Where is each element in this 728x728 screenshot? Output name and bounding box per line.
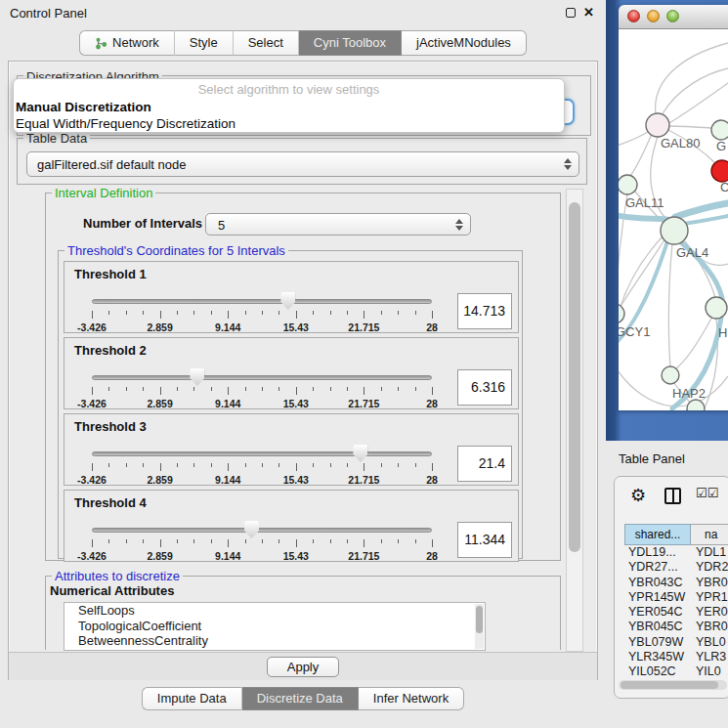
- threshold-slider-track[interactable]: [92, 375, 432, 380]
- table-cell: YDL19...: [624, 545, 691, 560]
- split-columns-icon[interactable]: [664, 488, 681, 504]
- screen: Control Panel ✕ NetworkStyleSelectCyni T…: [0, 0, 728, 728]
- float-window-icon[interactable]: [566, 8, 576, 18]
- table-column-header[interactable]: na: [691, 524, 728, 545]
- slider-tick-label: 21.715: [348, 321, 379, 333]
- slider-tick-label: -3.426: [77, 474, 107, 486]
- slider-tick: [143, 387, 144, 391]
- close-traffic-light[interactable]: [627, 10, 640, 22]
- network-window-titlebar[interactable]: [619, 5, 728, 29]
- slider-tick: [245, 463, 246, 467]
- desktop-background: GAL80GCGAL11GAL4GCY1HHAP2: [606, 0, 728, 441]
- network-node[interactable]: [706, 297, 727, 319]
- main-scrollbar-thumb[interactable]: [569, 202, 580, 552]
- attribute-list-item[interactable]: TopologicalCoefficient: [64, 619, 485, 634]
- tab-network[interactable]: Network: [79, 30, 175, 56]
- select-columns-icon[interactable]: ☑☑: [696, 486, 718, 500]
- tab-select[interactable]: Select: [234, 30, 299, 56]
- slider-tick: [228, 463, 229, 471]
- dropdown-option[interactable]: Manual Discretization: [16, 100, 151, 114]
- slider-tick: [177, 311, 178, 315]
- threshold-label: Threshold 2: [74, 343, 147, 358]
- table-row[interactable]: YPR145WYPR1: [624, 590, 728, 605]
- table-hscrollbar-thumb[interactable]: [621, 681, 718, 689]
- apply-row: Apply: [9, 652, 597, 680]
- network-node-label: G: [716, 139, 726, 153]
- table-row[interactable]: YBL079WYBL0: [624, 635, 728, 650]
- network-node-label: GCY1: [619, 324, 650, 339]
- network-node[interactable]: [711, 160, 728, 182]
- table-panel: Table Panel ⚙ ☑☑ shared...na YDL19...YDL…: [606, 441, 728, 728]
- apply-button[interactable]: Apply: [267, 657, 339, 677]
- attribute-list-item[interactable]: BetweennessCentrality: [64, 633, 485, 649]
- main-scrollbar[interactable]: [566, 189, 583, 652]
- attribute-list-item[interactable]: SelfLoops: [64, 603, 485, 619]
- table-cell: YIL052C: [624, 664, 691, 679]
- minimize-traffic-light[interactable]: [647, 10, 660, 22]
- slider-tick: [364, 387, 364, 395]
- slider-tick-label: 28: [426, 321, 438, 333]
- table-hscrollbar[interactable]: [619, 680, 727, 690]
- tab-discretize-data[interactable]: Discretize Data: [242, 687, 359, 710]
- slider-tick: [278, 539, 279, 543]
- threshold-slider-thumb[interactable]: [190, 368, 204, 386]
- table-data-combo[interactable]: galFiltered.sif default node: [26, 151, 579, 177]
- threshold-slider-thumb[interactable]: [280, 292, 295, 310]
- num-intervals-combo[interactable]: 5: [205, 213, 471, 236]
- table-row[interactable]: YIL052CYIL0: [624, 664, 728, 679]
- threshold-value-field[interactable]: 11.344: [457, 522, 512, 558]
- table-row[interactable]: YDL19...YDL1: [624, 545, 728, 560]
- slider-tick: [245, 387, 246, 391]
- threshold-slider-track[interactable]: [92, 299, 432, 304]
- network-node[interactable]: [711, 120, 728, 140]
- table-row[interactable]: YDR27...YDR2: [624, 560, 728, 575]
- tab-style[interactable]: Style: [175, 30, 234, 56]
- network-node[interactable]: [661, 217, 688, 244]
- network-view-window: GAL80GCGAL11GAL4GCY1HHAP2: [619, 5, 728, 410]
- close-icon[interactable]: ✕: [583, 5, 594, 20]
- table-row[interactable]: YER054CYER0: [624, 605, 728, 620]
- tab-infer-network[interactable]: Infer Network: [359, 687, 464, 710]
- table-data-group: Table Data galFiltered.sif default node: [17, 138, 587, 185]
- zoom-traffic-light[interactable]: [666, 10, 679, 22]
- threshold-slider-thumb[interactable]: [244, 521, 259, 538]
- num-intervals-value: 5: [218, 214, 225, 236]
- threshold-slider-track[interactable]: [92, 528, 432, 533]
- threshold-slider-track[interactable]: [92, 451, 432, 456]
- table-column-header[interactable]: shared...: [624, 524, 691, 545]
- network-node[interactable]: [619, 175, 637, 194]
- network-canvas[interactable]: GAL80GCGAL11GAL4GCY1HHAP2: [619, 29, 728, 410]
- slider-tick-label: -3.426: [77, 398, 107, 409]
- slider-labels: -3.4262.8599.14415.4321.71528: [92, 398, 432, 410]
- slider-tick: [381, 387, 382, 391]
- slider-tick: [160, 311, 161, 319]
- network-node[interactable]: [687, 400, 705, 410]
- table-cell: YBR043C: [624, 576, 691, 590]
- tab-label: Network: [112, 31, 159, 55]
- network-node[interactable]: [662, 366, 679, 384]
- network-node-label: GAL4: [676, 245, 708, 260]
- gear-icon[interactable]: ⚙: [630, 485, 646, 505]
- table-row[interactable]: YLR345WYLR3: [624, 650, 728, 664]
- network-node[interactable]: [646, 113, 669, 137]
- network-node[interactable]: [619, 304, 624, 323]
- threshold-slider-thumb[interactable]: [353, 445, 367, 462]
- tab-jactivemnodules[interactable]: jActiveMNodules: [402, 30, 527, 56]
- threshold-value-field[interactable]: 14.713: [457, 293, 512, 329]
- list-scrollbar-thumb[interactable]: [476, 606, 483, 633]
- list-scrollbar[interactable]: [475, 604, 484, 649]
- tab-impute-data[interactable]: Impute Data: [142, 687, 242, 710]
- slider-tick: [177, 539, 178, 543]
- threshold-value-field[interactable]: 6.316: [457, 369, 512, 406]
- slider-tick-label: 2.859: [147, 550, 172, 562]
- slider-tick: [228, 387, 229, 395]
- slider-tick: [160, 539, 161, 547]
- table-row[interactable]: YBR045CYBR0: [624, 620, 728, 634]
- slider-tick: [108, 311, 109, 315]
- dropdown-option[interactable]: Equal Width/Frequency Discretization: [16, 116, 236, 131]
- threshold-value-field[interactable]: 21.4: [457, 446, 512, 482]
- tab-cyni-toolbox[interactable]: Cyni Toolbox: [299, 30, 402, 56]
- slider-tick-label: 9.144: [215, 398, 240, 409]
- threshold-panel-3: Threshold 3-3.4262.8599.14415.4321.71528…: [64, 413, 519, 486]
- table-row[interactable]: YBR043CYBR0: [624, 576, 728, 590]
